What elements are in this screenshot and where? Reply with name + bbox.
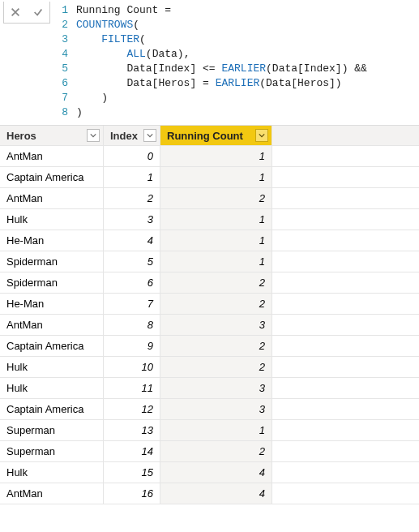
code-content: Data[Heros] = EARLIER(Data[Heros]) [76, 76, 342, 91]
formula-line: 3 FILTER( [53, 32, 416, 47]
column-header-label: Heros [6, 130, 36, 142]
cell-heros[interactable]: Superman [0, 441, 104, 461]
cell-index[interactable]: 12 [104, 399, 160, 419]
table-row[interactable]: Captain America123 [0, 399, 419, 420]
cell-index[interactable]: 3 [104, 209, 160, 230]
cell-heros[interactable]: Captain America [0, 167, 104, 187]
table-row[interactable]: Hulk102 [0, 357, 419, 378]
cell-heros[interactable]: Hulk [0, 209, 104, 230]
table-row[interactable]: Superman131 [0, 420, 419, 441]
cell-heros[interactable]: He-Man [0, 230, 104, 251]
cell-heros[interactable]: Captain America [0, 336, 104, 356]
table-row[interactable]: Spiderman51 [0, 251, 419, 272]
cell-index[interactable]: 8 [104, 315, 160, 335]
column-header-index[interactable]: Index [104, 126, 160, 145]
cell-heros[interactable]: AntMan [0, 188, 104, 208]
cell-running-count[interactable]: 2 [160, 294, 272, 314]
cell-heros[interactable]: Superman [0, 420, 104, 440]
chevron-down-icon [259, 132, 265, 139]
formula-editor[interactable]: 1Running Count =2COUNTROWS(3 FILTER(4 AL… [53, 2, 416, 120]
formula-line: 5 Data[Index] <= EARLIER(Data[Index]) && [53, 62, 416, 76]
line-number: 3 [53, 32, 68, 47]
column-filter-button[interactable] [255, 129, 268, 142]
cell-running-count[interactable]: 1 [160, 167, 272, 187]
cell-running-count[interactable]: 3 [160, 399, 272, 419]
code-content: COUNTROWS( [76, 18, 139, 32]
formula-line: 4 ALL(Data), [53, 47, 416, 62]
cell-running-count[interactable]: 1 [160, 209, 272, 230]
table-row[interactable]: He-Man41 [0, 230, 419, 251]
cancel-button[interactable] [4, 2, 27, 23]
cell-index[interactable]: 13 [104, 420, 160, 440]
cell-running-count[interactable]: 2 [160, 357, 272, 377]
cell-running-count[interactable]: 2 [160, 188, 272, 208]
cell-running-count[interactable]: 3 [160, 315, 272, 335]
column-header-heros[interactable]: Heros [0, 126, 104, 145]
code-content: Running Count = [76, 3, 171, 18]
cell-index[interactable]: 0 [104, 146, 160, 166]
table-row[interactable]: Hulk113 [0, 378, 419, 399]
line-number: 1 [53, 3, 68, 18]
cell-index[interactable]: 14 [104, 441, 160, 461]
table-row[interactable]: AntMan164 [0, 483, 419, 504]
cell-running-count[interactable]: 1 [160, 420, 272, 440]
cell-heros[interactable]: He-Man [0, 294, 104, 314]
cell-index[interactable]: 15 [104, 462, 160, 483]
cell-index[interactable]: 7 [104, 294, 160, 314]
commit-button[interactable] [27, 2, 49, 23]
cell-heros[interactable]: Hulk [0, 357, 104, 377]
cell-index[interactable]: 5 [104, 251, 160, 272]
cell-index[interactable]: 6 [104, 272, 160, 293]
cell-running-count[interactable]: 2 [160, 272, 272, 293]
table-row[interactable]: He-Man72 [0, 294, 419, 315]
table-row[interactable]: Superman142 [0, 441, 419, 462]
line-number: 6 [53, 76, 68, 91]
formula-line: 1Running Count = [53, 3, 416, 18]
table-row[interactable]: Spiderman62 [0, 272, 419, 294]
table-row[interactable]: Captain America11 [0, 167, 419, 188]
table-row[interactable]: AntMan22 [0, 188, 419, 209]
cell-running-count[interactable]: 4 [160, 462, 272, 483]
cell-index[interactable]: 16 [104, 483, 160, 504]
grid-body: AntMan01Captain America11AntMan22Hulk31H… [0, 146, 419, 504]
cell-running-count[interactable]: 2 [160, 441, 272, 461]
cell-heros[interactable]: AntMan [0, 315, 104, 335]
table-row[interactable]: Hulk154 [0, 462, 419, 483]
cell-heros[interactable]: Spiderman [0, 251, 104, 272]
cell-index[interactable]: 2 [104, 188, 160, 208]
cell-heros[interactable]: AntMan [0, 146, 104, 166]
column-filter-button[interactable] [143, 129, 156, 142]
cell-heros[interactable]: Hulk [0, 378, 104, 398]
formula-line: 6 Data[Heros] = EARLIER(Data[Heros]) [53, 76, 416, 91]
formula-line: 2COUNTROWS( [53, 18, 416, 32]
code-content: FILTER( [76, 32, 146, 47]
chevron-down-icon [90, 132, 96, 139]
table-row[interactable]: Hulk31 [0, 209, 419, 230]
cell-running-count[interactable]: 4 [160, 483, 272, 504]
cell-running-count[interactable]: 1 [160, 230, 272, 251]
cell-index[interactable]: 10 [104, 357, 160, 377]
table-row[interactable]: AntMan83 [0, 315, 419, 336]
cell-running-count[interactable]: 1 [160, 146, 272, 166]
code-content: Data[Index] <= EARLIER(Data[Index]) && [76, 62, 367, 76]
table-row[interactable]: AntMan01 [0, 146, 419, 167]
table-row[interactable]: Captain America92 [0, 336, 419, 357]
cell-heros[interactable]: Captain America [0, 399, 104, 419]
line-number: 7 [53, 91, 68, 105]
formula-action-buttons [3, 2, 50, 24]
cell-heros[interactable]: AntMan [0, 483, 104, 504]
cell-index[interactable]: 11 [104, 378, 160, 398]
cell-index[interactable]: 1 [104, 167, 160, 187]
check-icon [32, 6, 44, 18]
column-header-label: Index [110, 130, 138, 142]
cell-running-count[interactable]: 2 [160, 336, 272, 356]
cell-running-count[interactable]: 1 [160, 251, 272, 272]
column-filter-button[interactable] [87, 129, 100, 142]
formula-line: 8) [53, 105, 416, 120]
cell-index[interactable]: 4 [104, 230, 160, 251]
cell-index[interactable]: 9 [104, 336, 160, 356]
cell-heros[interactable]: Hulk [0, 462, 104, 483]
column-header-running-count[interactable]: Running Count [160, 126, 272, 145]
cell-heros[interactable]: Spiderman [0, 272, 104, 293]
cell-running-count[interactable]: 3 [160, 378, 272, 398]
